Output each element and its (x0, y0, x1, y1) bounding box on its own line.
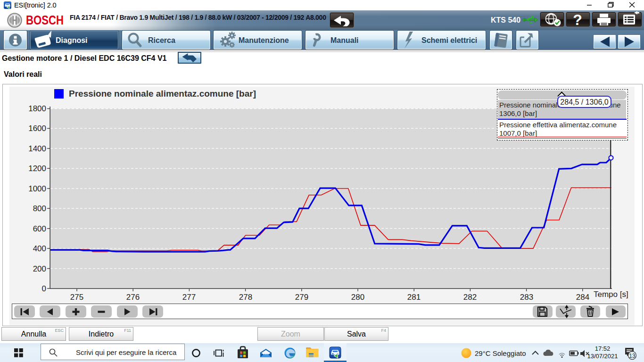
svg-text:29°C Soleggiato: 29°C Soleggiato (475, 349, 526, 357)
svg-text:?: ? (573, 11, 582, 28)
svg-text:13: 13 (629, 353, 636, 359)
svg-text:BOSCH: BOSCH (26, 13, 64, 27)
